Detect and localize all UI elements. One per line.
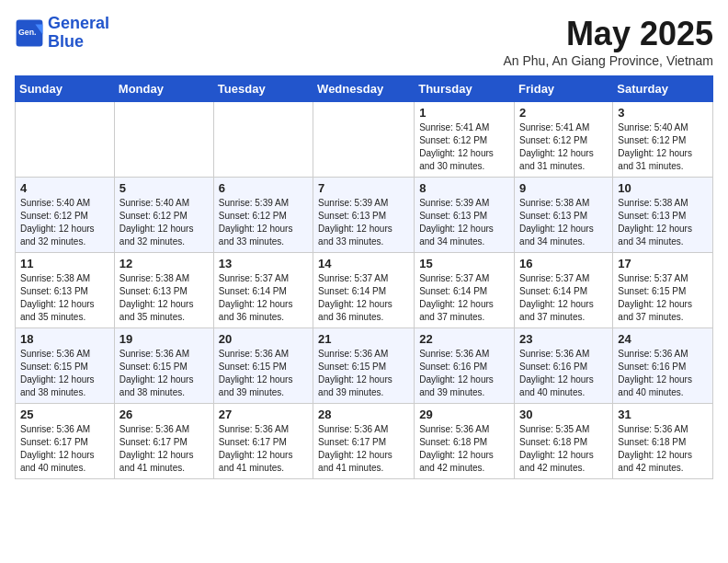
calendar-cell: 19Sunrise: 5:36 AM Sunset: 6:15 PM Dayli… xyxy=(114,328,213,404)
weekday-header-friday: Friday xyxy=(515,76,613,102)
location-subtitle: An Phu, An Giang Province, Vietnam xyxy=(503,53,713,68)
day-info: Sunrise: 5:39 AM Sunset: 6:13 PM Dayligh… xyxy=(419,197,509,248)
day-info: Sunrise: 5:36 AM Sunset: 6:18 PM Dayligh… xyxy=(618,423,708,475)
day-number: 5 xyxy=(119,181,209,195)
day-info: Sunrise: 5:36 AM Sunset: 6:18 PM Dayligh… xyxy=(419,423,509,475)
calendar-cell: 23Sunrise: 5:36 AM Sunset: 6:16 PM Dayli… xyxy=(515,328,613,404)
day-info: Sunrise: 5:37 AM Sunset: 6:15 PM Dayligh… xyxy=(618,272,708,324)
calendar-cell: 12Sunrise: 5:38 AM Sunset: 6:13 PM Dayli… xyxy=(114,253,213,328)
calendar-cell: 21Sunrise: 5:36 AM Sunset: 6:15 PM Dayli… xyxy=(313,328,415,404)
week-row-5: 25Sunrise: 5:36 AM Sunset: 6:17 PM Dayli… xyxy=(16,404,713,479)
calendar-cell: 7Sunrise: 5:39 AM Sunset: 6:13 PM Daylig… xyxy=(313,178,415,253)
weekday-header-row: SundayMondayTuesdayWednesdayThursdayFrid… xyxy=(16,76,713,102)
weekday-header-thursday: Thursday xyxy=(415,76,515,102)
svg-text:Gen.: Gen. xyxy=(18,27,37,36)
day-number: 23 xyxy=(519,332,608,346)
logo-icon: Gen. xyxy=(15,18,44,48)
week-row-4: 18Sunrise: 5:36 AM Sunset: 6:15 PM Dayli… xyxy=(16,328,713,404)
day-number: 2 xyxy=(519,106,608,120)
day-info: Sunrise: 5:38 AM Sunset: 6:13 PM Dayligh… xyxy=(519,197,608,248)
day-info: Sunrise: 5:36 AM Sunset: 6:16 PM Dayligh… xyxy=(519,348,608,399)
calendar-cell: 25Sunrise: 5:36 AM Sunset: 6:17 PM Dayli… xyxy=(16,404,115,479)
calendar-cell xyxy=(313,102,415,178)
calendar-cell: 5Sunrise: 5:40 AM Sunset: 6:12 PM Daylig… xyxy=(114,178,213,253)
weekday-header-wednesday: Wednesday xyxy=(313,76,415,102)
day-number: 7 xyxy=(318,181,409,195)
day-info: Sunrise: 5:36 AM Sunset: 6:17 PM Dayligh… xyxy=(219,423,308,475)
day-info: Sunrise: 5:36 AM Sunset: 6:15 PM Dayligh… xyxy=(119,348,209,399)
calendar-cell: 15Sunrise: 5:37 AM Sunset: 6:14 PM Dayli… xyxy=(415,253,515,328)
day-number: 20 xyxy=(219,332,308,346)
logo-general: General xyxy=(48,14,109,32)
calendar-cell: 6Sunrise: 5:39 AM Sunset: 6:12 PM Daylig… xyxy=(213,178,313,253)
logo-text: General Blue xyxy=(48,15,109,52)
day-info: Sunrise: 5:38 AM Sunset: 6:13 PM Dayligh… xyxy=(119,272,209,324)
day-info: Sunrise: 5:36 AM Sunset: 6:16 PM Dayligh… xyxy=(419,348,509,399)
calendar-cell: 20Sunrise: 5:36 AM Sunset: 6:15 PM Dayli… xyxy=(213,328,313,404)
day-number: 29 xyxy=(419,408,509,421)
logo-blue: Blue xyxy=(48,32,84,51)
calendar-cell xyxy=(213,102,313,178)
day-info: Sunrise: 5:39 AM Sunset: 6:13 PM Dayligh… xyxy=(318,197,409,248)
day-info: Sunrise: 5:37 AM Sunset: 6:14 PM Dayligh… xyxy=(419,272,509,324)
calendar-cell: 14Sunrise: 5:37 AM Sunset: 6:14 PM Dayli… xyxy=(313,253,415,328)
day-info: Sunrise: 5:37 AM Sunset: 6:14 PM Dayligh… xyxy=(219,272,308,324)
day-number: 10 xyxy=(618,181,708,195)
week-row-3: 11Sunrise: 5:38 AM Sunset: 6:13 PM Dayli… xyxy=(16,253,713,328)
day-info: Sunrise: 5:37 AM Sunset: 6:14 PM Dayligh… xyxy=(318,272,409,324)
week-row-2: 4Sunrise: 5:40 AM Sunset: 6:12 PM Daylig… xyxy=(16,178,713,253)
weekday-header-sunday: Sunday xyxy=(16,76,115,102)
day-number: 4 xyxy=(20,181,109,195)
day-number: 22 xyxy=(419,332,509,346)
calendar-cell: 29Sunrise: 5:36 AM Sunset: 6:18 PM Dayli… xyxy=(415,404,515,479)
page-header: Gen. General Blue May 2025 An Phu, An Gi… xyxy=(15,15,713,68)
day-number: 26 xyxy=(119,408,209,421)
day-number: 12 xyxy=(119,257,209,270)
day-info: Sunrise: 5:38 AM Sunset: 6:13 PM Dayligh… xyxy=(618,197,708,248)
calendar-cell: 10Sunrise: 5:38 AM Sunset: 6:13 PM Dayli… xyxy=(613,178,713,253)
day-info: Sunrise: 5:36 AM Sunset: 6:17 PM Dayligh… xyxy=(119,423,209,475)
day-number: 11 xyxy=(20,257,109,270)
calendar-cell: 28Sunrise: 5:36 AM Sunset: 6:17 PM Dayli… xyxy=(313,404,415,479)
day-number: 14 xyxy=(318,257,409,270)
day-info: Sunrise: 5:35 AM Sunset: 6:18 PM Dayligh… xyxy=(519,423,608,475)
day-number: 16 xyxy=(519,257,608,270)
calendar-cell: 27Sunrise: 5:36 AM Sunset: 6:17 PM Dayli… xyxy=(213,404,313,479)
day-number: 17 xyxy=(618,257,708,270)
day-info: Sunrise: 5:41 AM Sunset: 6:12 PM Dayligh… xyxy=(519,121,608,173)
day-number: 9 xyxy=(519,181,608,195)
calendar-cell: 17Sunrise: 5:37 AM Sunset: 6:15 PM Dayli… xyxy=(613,253,713,328)
calendar-cell: 3Sunrise: 5:40 AM Sunset: 6:12 PM Daylig… xyxy=(613,102,713,178)
weekday-header-monday: Monday xyxy=(114,76,213,102)
week-row-1: 1Sunrise: 5:41 AM Sunset: 6:12 PM Daylig… xyxy=(16,102,713,178)
calendar-cell xyxy=(114,102,213,178)
day-number: 24 xyxy=(618,332,708,346)
day-number: 31 xyxy=(618,408,708,421)
day-number: 3 xyxy=(618,106,708,120)
calendar-cell: 31Sunrise: 5:36 AM Sunset: 6:18 PM Dayli… xyxy=(613,404,713,479)
day-number: 19 xyxy=(119,332,209,346)
calendar-cell: 1Sunrise: 5:41 AM Sunset: 6:12 PM Daylig… xyxy=(415,102,515,178)
day-info: Sunrise: 5:40 AM Sunset: 6:12 PM Dayligh… xyxy=(618,121,708,173)
day-info: Sunrise: 5:37 AM Sunset: 6:14 PM Dayligh… xyxy=(519,272,608,324)
calendar-cell: 9Sunrise: 5:38 AM Sunset: 6:13 PM Daylig… xyxy=(515,178,613,253)
calendar-cell: 8Sunrise: 5:39 AM Sunset: 6:13 PM Daylig… xyxy=(415,178,515,253)
day-info: Sunrise: 5:38 AM Sunset: 6:13 PM Dayligh… xyxy=(20,272,109,324)
calendar-cell xyxy=(16,102,115,178)
day-info: Sunrise: 5:41 AM Sunset: 6:12 PM Dayligh… xyxy=(419,121,509,173)
day-info: Sunrise: 5:36 AM Sunset: 6:17 PM Dayligh… xyxy=(318,423,409,475)
calendar-cell: 13Sunrise: 5:37 AM Sunset: 6:14 PM Dayli… xyxy=(213,253,313,328)
day-info: Sunrise: 5:36 AM Sunset: 6:15 PM Dayligh… xyxy=(219,348,308,399)
title-area: May 2025 An Phu, An Giang Province, Viet… xyxy=(503,15,713,68)
logo: Gen. General Blue xyxy=(15,15,109,52)
day-info: Sunrise: 5:39 AM Sunset: 6:12 PM Dayligh… xyxy=(219,197,308,248)
day-number: 28 xyxy=(318,408,409,421)
calendar-cell: 26Sunrise: 5:36 AM Sunset: 6:17 PM Dayli… xyxy=(114,404,213,479)
day-number: 1 xyxy=(419,106,509,120)
month-title: May 2025 xyxy=(503,15,713,53)
calendar-cell: 22Sunrise: 5:36 AM Sunset: 6:16 PM Dayli… xyxy=(415,328,515,404)
calendar-cell: 24Sunrise: 5:36 AM Sunset: 6:16 PM Dayli… xyxy=(613,328,713,404)
day-number: 15 xyxy=(419,257,509,270)
weekday-header-tuesday: Tuesday xyxy=(213,76,313,102)
calendar-cell: 16Sunrise: 5:37 AM Sunset: 6:14 PM Dayli… xyxy=(515,253,613,328)
